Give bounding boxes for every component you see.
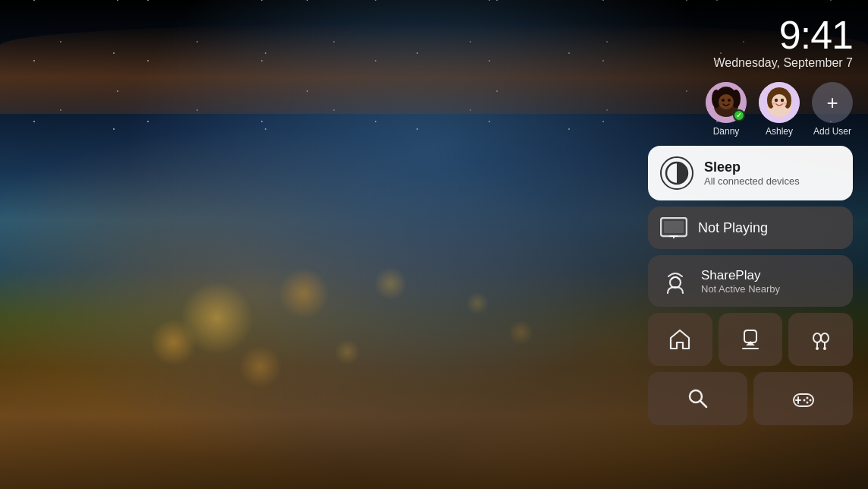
time-section: 9:41 Wednesday, September 7: [648, 15, 853, 70]
home-icon: [668, 327, 692, 352]
airplay-button[interactable]: [719, 313, 783, 366]
svg-point-18: [772, 103, 776, 105]
control-center: 9:41 Wednesday, September 7: [648, 15, 853, 425]
svg-point-8: [728, 99, 731, 102]
not-playing-card[interactable]: Not Playing: [648, 207, 853, 249]
svg-point-39: [809, 399, 811, 402]
sleep-title: Sleep: [704, 159, 800, 175]
sleep-text: Sleep All connected devices: [704, 159, 800, 187]
svg-point-30: [821, 333, 829, 342]
home-button[interactable]: [648, 313, 712, 366]
gamepad-button[interactable]: [753, 372, 853, 425]
svg-point-6: [719, 94, 734, 109]
avatar-wrapper-danny: [706, 82, 747, 123]
svg-point-15: [772, 94, 787, 109]
svg-line-34: [700, 401, 706, 407]
shareplay-title: SharePlay: [701, 268, 780, 283]
svg-point-38: [806, 397, 808, 399]
add-user-icon: +: [826, 91, 838, 115]
shareplay-subtitle: Not Active Nearby: [701, 283, 780, 295]
tv-icon: [660, 217, 687, 238]
svg-point-17: [781, 99, 784, 102]
not-playing-text: Not Playing: [698, 220, 768, 236]
svg-rect-22: [664, 221, 684, 233]
user-label-danny: Danny: [713, 126, 740, 137]
add-user-item[interactable]: + Add User: [812, 82, 853, 137]
shareplay-text: SharePlay Not Active Nearby: [701, 268, 780, 295]
ashley-memoji: [759, 82, 800, 123]
svg-point-40: [806, 402, 808, 404]
search-icon: [686, 386, 710, 411]
svg-point-7: [722, 99, 725, 102]
shareplay-card[interactable]: SharePlay Not Active Nearby: [648, 255, 853, 307]
svg-point-19: [782, 103, 787, 105]
airpods-button[interactable]: [788, 313, 853, 366]
shareplay-icon: [660, 266, 690, 296]
svg-point-32: [823, 347, 826, 350]
airplay-icon: [738, 327, 763, 352]
active-badge-danny: [733, 109, 745, 121]
add-user-button[interactable]: +: [812, 82, 853, 123]
users-section: Danny: [648, 82, 853, 137]
user-ashley[interactable]: Ashley: [759, 82, 800, 137]
user-danny[interactable]: Danny: [706, 82, 747, 137]
sleep-svg: [663, 159, 690, 187]
icon-grid-row2: [648, 372, 853, 425]
airpods-icon: [809, 327, 833, 352]
sleep-icon: [660, 156, 693, 190]
svg-point-41: [803, 399, 805, 402]
gamepad-icon: [791, 386, 816, 411]
icon-grid-row1: [648, 313, 853, 366]
svg-point-27: [813, 333, 821, 342]
clock-date: Wednesday, September 7: [648, 56, 853, 70]
sleep-card[interactable]: Sleep All connected devices: [648, 146, 853, 200]
svg-point-16: [775, 99, 778, 102]
sleep-subtitle: All connected devices: [704, 175, 800, 187]
avatar-ashley: [759, 82, 800, 123]
search-button[interactable]: [648, 372, 747, 425]
add-user-label: Add User: [813, 126, 851, 137]
avatar-wrapper-ashley: [759, 82, 800, 123]
user-label-ashley: Ashley: [766, 126, 793, 137]
svg-point-29: [816, 347, 819, 350]
clock-time: 9:41: [648, 15, 853, 55]
